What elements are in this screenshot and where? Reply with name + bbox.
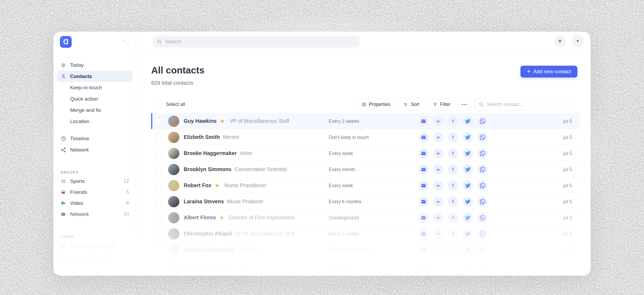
row-checkbox[interactable] bbox=[155, 198, 162, 205]
facebook-icon[interactable]: f bbox=[448, 164, 458, 175]
linkedin-icon[interactable]: in bbox=[433, 229, 443, 239]
facebook-icon[interactable]: f bbox=[448, 180, 458, 191]
sidebar-item-merge-and-fix[interactable]: Merge and fix bbox=[57, 105, 133, 116]
view-item-deals-in-progress[interactable]: Deals in progress bbox=[57, 252, 133, 263]
contact-row-robert-fox[interactable]: Robert Fox ★ Nurse Practitioner Every we… bbox=[151, 178, 580, 194]
email-icon[interactable] bbox=[418, 197, 429, 207]
contact-name[interactable]: Albert Flores bbox=[184, 215, 216, 221]
facebook-icon[interactable]: f bbox=[448, 261, 458, 271]
twitter-icon[interactable] bbox=[463, 229, 473, 239]
keep-in-touch-frequency[interactable]: Don't keep in touch bbox=[329, 247, 369, 253]
row-checkbox[interactable] bbox=[155, 150, 162, 157]
add-new-contact-button[interactable]: + Add new contact bbox=[520, 66, 577, 78]
whatsapp-icon[interactable] bbox=[477, 213, 488, 223]
email-icon[interactable] bbox=[418, 132, 429, 142]
sidebar-item-location[interactable]: Location bbox=[57, 116, 133, 127]
twitter-icon[interactable] bbox=[463, 164, 473, 175]
group-item-network[interactable]: Network 10 bbox=[57, 209, 133, 220]
linkedin-icon[interactable]: in bbox=[433, 245, 443, 255]
keep-in-touch-frequency[interactable]: Don't keep in touch bbox=[329, 134, 369, 140]
linkedin-icon[interactable]: in bbox=[433, 261, 443, 271]
row-checkbox[interactable] bbox=[155, 182, 162, 189]
linkedin-icon[interactable]: in bbox=[433, 197, 443, 207]
linkedin-icon[interactable]: in bbox=[433, 213, 443, 223]
facebook-icon[interactable]: f bbox=[448, 213, 458, 223]
global-search-input[interactable] bbox=[165, 38, 337, 45]
email-icon[interactable] bbox=[418, 148, 429, 158]
whatsapp-icon[interactable] bbox=[477, 245, 488, 255]
contact-name[interactable]: Elizbeth Smith bbox=[184, 134, 220, 140]
contact-name[interactable]: Robert Fox bbox=[184, 182, 211, 189]
sidebar-item-contacts[interactable]: Contacts bbox=[57, 71, 133, 82]
twitter-icon[interactable] bbox=[463, 116, 473, 126]
row-checkbox[interactable] bbox=[155, 166, 162, 173]
contact-row-albert-flores[interactable]: Albert Flores ★ Director of First Impres… bbox=[151, 210, 580, 226]
contact-name[interactable]: Brooke Haggermaker bbox=[184, 150, 237, 156]
row-checkbox[interactable] bbox=[155, 246, 162, 253]
contact-search[interactable] bbox=[475, 98, 575, 110]
linkedin-icon[interactable]: in bbox=[433, 116, 443, 126]
keep-in-touch-frequency[interactable]: Uncategorized bbox=[329, 215, 359, 220]
facebook-icon[interactable]: f bbox=[448, 245, 458, 255]
whatsapp-icon[interactable] bbox=[477, 180, 488, 191]
sidebar-item-quick-action[interactable]: Quick action bbox=[57, 93, 133, 105]
twitter-icon[interactable] bbox=[463, 213, 473, 223]
facebook-icon[interactable]: f bbox=[448, 148, 458, 158]
facebook-icon[interactable]: f bbox=[448, 197, 458, 207]
group-item-friends[interactable]: Friends 5 bbox=[57, 187, 133, 198]
star-icon[interactable]: ★ bbox=[219, 215, 224, 220]
sort-button[interactable]: Sort bbox=[400, 98, 423, 110]
whatsapp-icon[interactable] bbox=[477, 116, 488, 126]
contact-name[interactable]: Shanika Rathnayake bbox=[184, 247, 235, 253]
row-checkbox[interactable] bbox=[155, 230, 162, 237]
row-checkbox[interactable] bbox=[155, 263, 162, 270]
app-logo[interactable]: D bbox=[60, 36, 72, 48]
email-icon[interactable] bbox=[418, 245, 429, 255]
row-checkbox[interactable] bbox=[155, 214, 162, 221]
keep-in-touch-frequency[interactable]: Every 6 months bbox=[329, 199, 361, 204]
linkedin-icon[interactable]: in bbox=[433, 180, 443, 191]
keep-in-touch-frequency[interactable]: Every month bbox=[329, 263, 355, 269]
contact-name[interactable]: Laraina Stevens bbox=[184, 198, 224, 205]
contact-row-laraina-stevens[interactable]: Laraina Stevens ★ Music Producer Every 6… bbox=[151, 194, 580, 210]
quick-add-button[interactable]: + bbox=[554, 35, 566, 47]
contact-row-shanika-rathnayake[interactable]: Shanika Rathnayake ★ Geologist Don't kee… bbox=[151, 242, 580, 258]
whatsapp-icon[interactable] bbox=[477, 197, 488, 207]
whatsapp-icon[interactable] bbox=[477, 132, 488, 142]
email-icon[interactable] bbox=[418, 229, 429, 239]
properties-button[interactable]: Properties bbox=[357, 98, 395, 110]
linkedin-icon[interactable]: in bbox=[433, 164, 443, 175]
email-icon[interactable] bbox=[418, 164, 429, 175]
twitter-icon[interactable] bbox=[463, 245, 473, 255]
sidebar-item-today[interactable]: Today bbox=[57, 60, 133, 71]
sidebar-item-network[interactable]: Network bbox=[57, 144, 133, 156]
email-icon[interactable] bbox=[418, 116, 429, 126]
star-icon[interactable]: ★ bbox=[220, 118, 225, 124]
contact-name[interactable]: Hyo Hartzell bbox=[184, 263, 214, 269]
keep-in-touch-frequency[interactable]: Every week bbox=[329, 150, 353, 156]
whatsapp-icon[interactable] bbox=[477, 261, 488, 271]
global-search[interactable] bbox=[153, 36, 360, 47]
whatsapp-icon[interactable] bbox=[477, 229, 488, 239]
group-item-sports[interactable]: Sports 12 bbox=[57, 176, 133, 187]
keep-in-touch-frequency[interactable]: Every month bbox=[329, 167, 355, 172]
whatsapp-icon[interactable] bbox=[477, 148, 488, 158]
twitter-icon[interactable] bbox=[463, 197, 473, 207]
group-item-video[interactable]: Video 8 bbox=[57, 198, 133, 209]
contact-name[interactable]: Christopher Abigail bbox=[184, 231, 232, 237]
facebook-icon[interactable]: f bbox=[448, 132, 458, 142]
facebook-icon[interactable]: f bbox=[448, 116, 458, 126]
keep-in-touch-frequency[interactable]: Every 2 weeks bbox=[329, 231, 359, 237]
row-checkbox[interactable] bbox=[155, 118, 162, 125]
more-actions-button[interactable]: ••• bbox=[457, 98, 472, 110]
contact-name[interactable]: Guy Hawkins bbox=[184, 118, 216, 124]
contact-row-hyo-hartzell[interactable]: Hyo Hartzell ★ Musician/Writer Every mon… bbox=[151, 258, 580, 274]
email-icon[interactable] bbox=[418, 213, 429, 223]
contact-search-input[interactable] bbox=[486, 101, 567, 108]
contact-row-brooke-haggermaker[interactable]: Brooke Haggermaker ★ Actor Every week in… bbox=[151, 145, 580, 161]
contact-row-brooklyn-simmons[interactable]: Brooklyn Simmons ★ Conservation Scientis… bbox=[151, 161, 580, 178]
contact-row-guy-hawkins[interactable]: Guy Hawkins ★ VP of Miscellaneous Stuff … bbox=[151, 113, 580, 129]
select-all-checkbox[interactable] bbox=[155, 101, 162, 108]
star-icon[interactable]: ★ bbox=[215, 183, 220, 188]
linkedin-icon[interactable]: in bbox=[433, 148, 443, 158]
